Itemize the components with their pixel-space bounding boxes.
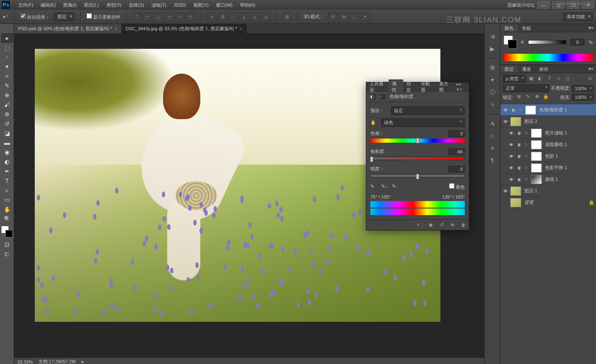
visibility-icon[interactable]: 👁	[502, 108, 509, 113]
lock-all-icon[interactable]: 🔒	[542, 94, 550, 101]
auto-select-target[interactable]: 图层	[54, 12, 74, 21]
prop-tab[interactable]: 直方图	[436, 79, 454, 94]
quickmask-tool[interactable]: ⊡	[1, 240, 13, 249]
layer-name[interactable]: 曲线 1	[543, 176, 594, 182]
eyedropper-minus-icon[interactable]: ✎₋	[392, 184, 399, 190]
visibility-icon[interactable]: 👁	[508, 165, 514, 170]
eyedropper-tool[interactable]: ✎	[1, 81, 13, 90]
dock-icon[interactable]: ⇉	[487, 31, 498, 41]
dock-icon[interactable]: ✧	[487, 100, 498, 110]
visibility-icon[interactable]: 👁	[508, 131, 514, 136]
dist3-icon[interactable]: ⋮	[229, 12, 238, 22]
menu-item[interactable]: 编辑(E)	[37, 1, 59, 9]
opacity-value[interactable]: 100%	[572, 85, 594, 92]
visibility-icon[interactable]: 👁	[508, 154, 514, 159]
align-vcenter-icon[interactable]: ⊢	[143, 12, 152, 22]
filter-smart-icon[interactable]: ◻	[564, 76, 571, 82]
menu-item[interactable]: 滤镜(T)	[148, 1, 170, 9]
menu-item[interactable]: 帮助(H)	[237, 1, 259, 9]
toggle-vis-icon[interactable]: 👁	[449, 222, 456, 228]
align-bottom-icon[interactable]: ⊥	[154, 12, 163, 22]
layer-row[interactable]: 👁◐⊃曲线 1	[500, 174, 596, 185]
layer-thumb[interactable]	[510, 198, 521, 207]
doc-tab[interactable]: PSD.psd @ 50% (色相/饱和度 1, 图层蒙版/8) *×	[14, 24, 122, 34]
layers-tab[interactable]: 图层	[500, 65, 518, 73]
layer-name[interactable]: 色相/饱和度 1	[538, 107, 594, 113]
filter-type-icon[interactable]: T	[546, 76, 553, 82]
shape-tool[interactable]: ▭	[1, 195, 13, 204]
dist4-icon[interactable]: ⫿	[240, 12, 249, 22]
layer-thumb[interactable]	[525, 105, 536, 115]
dock-icon[interactable]: ✦	[487, 75, 498, 85]
layer-thumb[interactable]	[531, 129, 542, 138]
layer-name[interactable]: 图层 2	[523, 118, 594, 125]
menu-item[interactable]: 3D(D)	[171, 2, 189, 8]
dock-icon[interactable]: ⓘ	[487, 87, 498, 97]
doc-tab[interactable]: DSC_3443y.jpg @ 33.3% (色相/饱和度 1, 图层蒙版/8)…	[122, 24, 247, 34]
reset-icon[interactable]: ↺	[438, 222, 445, 228]
lasso-tool[interactable]: ⟋	[1, 53, 13, 62]
lock-pos-icon[interactable]: ✥	[533, 94, 541, 101]
layer-thumb[interactable]	[531, 163, 542, 172]
layer-row[interactable]: 背景🔒	[500, 197, 596, 208]
tab-close-icon[interactable]: ×	[240, 26, 242, 31]
dock-icon[interactable]: ⎌	[487, 131, 498, 141]
lock-paint-icon[interactable]: ✎	[524, 94, 531, 101]
light-slider[interactable]	[370, 174, 465, 177]
clip-icon[interactable]: ▪⬚	[417, 222, 423, 228]
hue-value[interactable]: 0	[448, 130, 465, 137]
zoom-tool[interactable]: 🔍	[1, 214, 13, 223]
workspace-select[interactable]: 基本功能	[563, 12, 593, 21]
light-value[interactable]: 0	[448, 166, 465, 172]
k-slider[interactable]	[528, 40, 566, 44]
panel-collapse-icon[interactable]: ▸▸ ▾≡	[454, 81, 469, 92]
3d2-icon[interactable]: ⊕	[339, 12, 348, 22]
layer-name[interactable]: 背景	[523, 199, 587, 206]
show-transform-check[interactable]: 显示变换控件	[87, 13, 120, 20]
move-tool[interactable]: ▸	[1, 34, 13, 43]
align-top-icon[interactable]: ⊤	[132, 12, 142, 22]
menu-item[interactable]: 图像(I)	[60, 1, 80, 9]
3d4-icon[interactable]: ✦	[360, 12, 370, 22]
range-bar-top[interactable]	[370, 201, 465, 208]
prop-tab[interactable]: 信息	[403, 79, 418, 94]
status-arrow-icon[interactable]: ▸	[82, 359, 84, 364]
dock-icon[interactable]: ⊞	[487, 62, 498, 72]
trash-icon[interactable]: 🗑	[460, 222, 466, 228]
stamp-tool[interactable]: ⊛	[1, 110, 13, 119]
align-right-icon[interactable]: ⊢	[186, 12, 195, 22]
visibility-icon[interactable]: 👁	[508, 177, 514, 182]
panel-menu-icon[interactable]: ▾≡	[586, 65, 596, 73]
visibility-icon[interactable]: 👁	[502, 189, 509, 194]
path-tool[interactable]: ▹	[1, 186, 13, 195]
layer-row[interactable]: 👁◐⊃色彩平衡 1	[500, 162, 596, 174]
dock-icon[interactable]: 𝐀	[487, 118, 498, 128]
layer-thumb[interactable]	[531, 175, 542, 184]
sat-slider[interactable]	[370, 157, 465, 160]
hand-icon[interactable]: ✋	[370, 120, 379, 125]
layer-name[interactable]: 色彩平衡 1	[543, 165, 594, 171]
menu-item[interactable]: 类型(Y)	[103, 1, 125, 9]
layers-tab[interactable]: 路径	[535, 65, 553, 73]
channel-select[interactable]: 绿色	[381, 118, 465, 127]
layer-thumb[interactable]	[531, 152, 542, 161]
3d1-icon[interactable]: ⟲	[328, 12, 337, 22]
filter-toggle[interactable]: ⊙	[586, 76, 594, 82]
dist6-icon[interactable]: ⫼	[261, 12, 270, 22]
tab-close-icon[interactable]: ×	[115, 26, 117, 31]
type-tool[interactable]: T	[1, 176, 13, 185]
dist1-icon[interactable]: ≡	[207, 12, 216, 22]
prev-icon[interactable]: ◉	[428, 222, 434, 228]
layer-name[interactable]: 照片滤镜 1	[543, 130, 594, 136]
sat-value[interactable]: -98	[448, 148, 465, 155]
menu-item[interactable]: 图层(L)	[81, 1, 102, 9]
layer-thumb[interactable]	[510, 117, 521, 126]
menu-item[interactable]: 视图(V)	[190, 1, 212, 9]
gradient-tool[interactable]: ▬	[1, 138, 13, 147]
layer-kind-filter[interactable]: ρ 类型	[503, 75, 526, 83]
layer-thumb[interactable]	[531, 140, 542, 149]
k-value[interactable]: 0	[570, 39, 584, 46]
layer-name[interactable]: 图层 1	[523, 188, 594, 194]
filter-shape-icon[interactable]: ▱	[555, 76, 562, 82]
spectrum-picker[interactable]	[504, 54, 593, 61]
